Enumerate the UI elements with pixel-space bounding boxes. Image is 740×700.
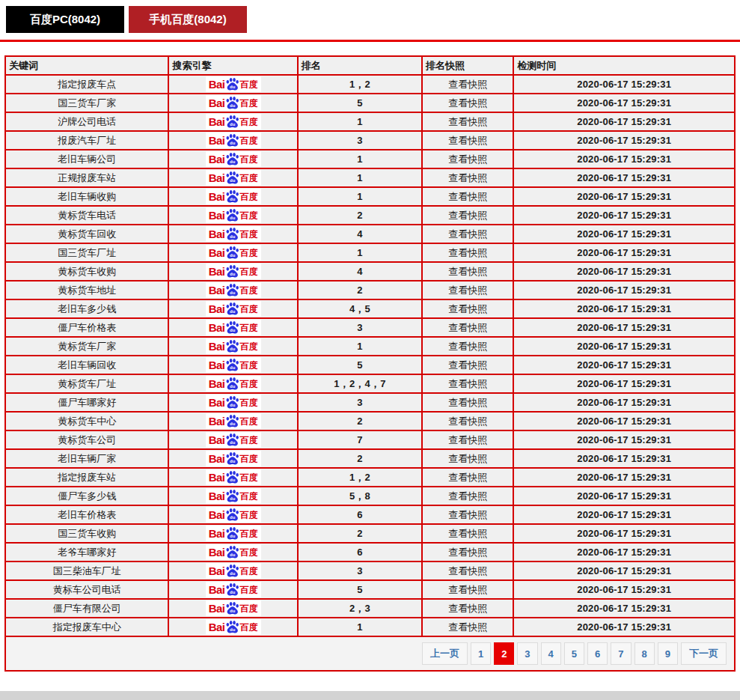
view-snapshot-link[interactable]: 查看快照: [448, 528, 487, 539]
rank-cell: 7: [298, 430, 422, 449]
rank-cell: 1，2: [298, 468, 422, 487]
table-row: 僵尸车价格表 Bai du 百度 3 查看快照 2020-06-17 15:29…: [5, 318, 735, 337]
table-row: 黄标货车回收 Bai du 百度 4 查看快照 2020-06-17 15:29…: [5, 225, 735, 243]
svg-text:du: du: [230, 197, 236, 201]
view-snapshot-link[interactable]: 查看快照: [448, 397, 487, 408]
engine-cell: Bai du 百度: [168, 449, 297, 468]
keyword-cell: 黄标货车地址: [5, 281, 168, 299]
baidu-logo-bai-text: Bai: [209, 172, 225, 183]
engine-cell: Bai du 百度: [168, 487, 297, 505]
keyword-cell: 黄标货车回收: [5, 225, 168, 243]
baidu-paw-icon: du: [225, 115, 239, 129]
view-snapshot-link[interactable]: 查看快照: [448, 135, 487, 146]
table-header: 关键词 搜索引擎 排名 排名快照 检测时间: [5, 56, 735, 75]
view-snapshot-link[interactable]: 查看快照: [448, 266, 487, 277]
baidu-logo-cn-text: 百度: [240, 548, 258, 557]
view-snapshot-link[interactable]: 查看快照: [448, 210, 487, 221]
baidu-logo-cn-text: 百度: [240, 529, 258, 538]
pagination-page-1[interactable]: 1: [471, 642, 491, 665]
table-row: 报废汽车厂址 Bai du 百度 3 查看快照 2020-06-17 15:29…: [5, 131, 735, 150]
view-snapshot-link[interactable]: 查看快照: [448, 153, 487, 165]
view-snapshot-link[interactable]: 查看快照: [448, 79, 487, 90]
view-snapshot-link[interactable]: 查看快照: [448, 359, 487, 371]
view-snapshot-link[interactable]: 查看快照: [448, 453, 487, 464]
baidu-logo-bai-text: Bai: [209, 228, 225, 240]
baidu-logo: Bai du 百度: [206, 619, 261, 635]
baidu-logo: Bai du 百度: [206, 582, 261, 597]
snapshot-cell: 查看快照: [422, 543, 513, 561]
rank-cell: 2，3: [298, 599, 422, 618]
pagination-page-7[interactable]: 7: [611, 642, 631, 665]
table-row: 指定报废车中心 Bai du 百度 1 查看快照 2020-06-17 15:2…: [5, 618, 735, 636]
rank-cell: 1，2，4，7: [298, 374, 422, 393]
baidu-paw-icon: du: [225, 96, 239, 110]
view-snapshot-link[interactable]: 查看快照: [448, 584, 487, 595]
baidu-logo-bai-text: Bai: [209, 359, 225, 371]
pagination-next-button[interactable]: 下一页: [681, 642, 727, 665]
table-row: 黄标货车厂家 Bai du 百度 1 查看快照 2020-06-17 15:29…: [5, 337, 735, 356]
baidu-paw-icon: du: [225, 489, 239, 503]
pagination-page-9[interactable]: 9: [658, 642, 678, 665]
pagination-page-6[interactable]: 6: [587, 642, 608, 665]
view-snapshot-link[interactable]: 查看快照: [448, 303, 487, 314]
svg-text:du: du: [230, 122, 236, 127]
snapshot-cell: 查看快照: [422, 561, 513, 580]
header-rank: 排名: [298, 56, 422, 75]
pagination-page-3[interactable]: 3: [517, 642, 537, 665]
baidu-paw-icon: du: [225, 508, 239, 522]
time-cell: 2020-06-17 15:29:31: [513, 468, 735, 487]
baidu-paw-icon: du: [225, 601, 239, 615]
view-snapshot-link[interactable]: 查看快照: [448, 434, 487, 445]
tab-baidu-mobile[interactable]: 手机百度(8042): [129, 6, 247, 33]
svg-text:du: du: [230, 403, 236, 407]
time-cell: 2020-06-17 15:29:31: [513, 243, 735, 262]
baidu-paw-icon: du: [225, 246, 239, 260]
pagination-page-4[interactable]: 4: [541, 642, 561, 665]
engine-cell: Bai du 百度: [168, 318, 297, 337]
view-snapshot-link[interactable]: 查看快照: [448, 191, 487, 202]
view-snapshot-link[interactable]: 查看快照: [448, 284, 487, 296]
engine-cell: Bai du 百度: [168, 543, 297, 561]
baidu-logo: Bai du 百度: [206, 151, 261, 167]
view-snapshot-link[interactable]: 查看快照: [448, 416, 487, 427]
svg-text:du: du: [230, 496, 236, 501]
engine-cell: Bai du 百度: [168, 243, 297, 262]
engine-cell: Bai du 百度: [168, 393, 297, 412]
view-snapshot-link[interactable]: 查看快照: [448, 322, 487, 333]
view-snapshot-link[interactable]: 查看快照: [448, 547, 487, 558]
view-snapshot-link[interactable]: 查看快照: [448, 621, 487, 633]
view-snapshot-link[interactable]: 查看快照: [448, 509, 487, 520]
pagination-cell: 上一页123456789下一页: [5, 636, 735, 671]
pagination-page-8[interactable]: 8: [634, 642, 655, 665]
view-snapshot-link[interactable]: 查看快照: [448, 228, 487, 240]
baidu-logo-bai-text: Bai: [209, 603, 225, 614]
svg-text:du: du: [230, 85, 236, 89]
view-snapshot-link[interactable]: 查看快照: [448, 172, 487, 183]
svg-text:du: du: [230, 515, 236, 520]
keyword-rank-table: 关键词 搜索引擎 排名 排名快照 检测时间 指定报废车点 Bai du: [4, 55, 736, 672]
time-cell: 2020-06-17 15:29:31: [513, 299, 735, 318]
view-snapshot-link[interactable]: 查看快照: [448, 490, 487, 502]
baidu-paw-icon: du: [225, 377, 239, 391]
pagination-page-2[interactable]: 2: [494, 642, 514, 665]
view-snapshot-link[interactable]: 查看快照: [448, 97, 487, 109]
view-snapshot-link[interactable]: 查看快照: [448, 247, 487, 258]
baidu-logo-cn-text: 百度: [240, 118, 258, 127]
baidu-paw-icon: du: [225, 620, 239, 634]
time-cell: 2020-06-17 15:29:31: [513, 281, 735, 299]
view-snapshot-link[interactable]: 查看快照: [448, 116, 487, 127]
baidu-paw-icon: du: [225, 133, 239, 147]
view-snapshot-link[interactable]: 查看快照: [448, 565, 487, 576]
snapshot-cell: 查看快照: [422, 580, 513, 599]
view-snapshot-link[interactable]: 查看快照: [448, 341, 487, 352]
tab-baidu-pc[interactable]: 百度PC(8042): [6, 6, 124, 33]
baidu-logo-bai-text: Bai: [209, 509, 225, 520]
rank-cell: 2: [298, 524, 422, 543]
keyword-cell: 黄标货车中心: [5, 412, 168, 430]
snapshot-cell: 查看快照: [422, 318, 513, 337]
view-snapshot-link[interactable]: 查看快照: [448, 472, 487, 483]
view-snapshot-link[interactable]: 查看快照: [448, 603, 487, 614]
pagination-page-5[interactable]: 5: [564, 642, 584, 665]
view-snapshot-link[interactable]: 查看快照: [448, 378, 487, 389]
pagination-prev-button[interactable]: 上一页: [422, 642, 468, 665]
